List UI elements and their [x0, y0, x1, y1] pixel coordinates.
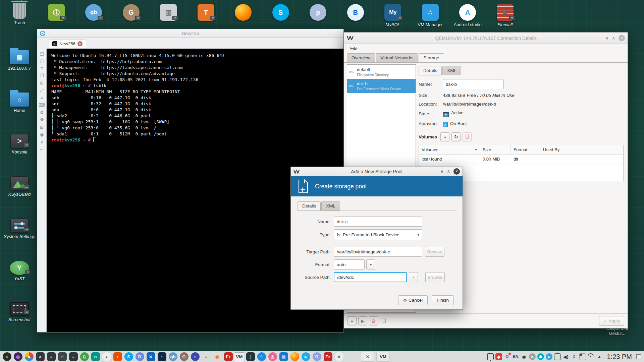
chrome-icon[interactable]: ●: [24, 352, 34, 362]
skype-icon[interactable]: S: [124, 352, 133, 362]
telegram-icon[interactable]: ▸: [301, 352, 311, 362]
ksysguard-icon[interactable]: ▲: [46, 352, 56, 362]
connection-titlebar[interactable]: QEMU/KVM: 144.76.176.107 Connection Deta…: [344, 33, 628, 44]
tab-xml[interactable]: XML: [321, 201, 340, 210]
firefox-icon[interactable]: [290, 352, 300, 362]
tab-storage[interactable]: Storage: [419, 53, 444, 63]
filezilla-icon[interactable]: Fz: [223, 352, 233, 362]
tools-wrench-icon[interactable]: ⚒: [40, 118, 44, 122]
volume-refresh-button[interactable]: ↻: [451, 132, 461, 141]
desktop-icon-disk-utility[interactable]: ▥∞: [150, 4, 187, 27]
desktop-icon-mysql[interactable]: My∞ MySQL: [374, 4, 412, 27]
desktop-icon-home[interactable]: ⌂ Home: [3, 93, 36, 113]
red-diamond-app-icon[interactable]: ◆: [495, 352, 503, 362]
donkey-app-icon[interactable]: ♘: [79, 352, 89, 362]
sphere-app-icon[interactable]: ϟ: [257, 352, 266, 362]
col-volumes[interactable]: Volumes▾: [419, 145, 480, 154]
tab-details[interactable]: Details: [419, 66, 442, 75]
konsole-icon[interactable]: >: [35, 352, 45, 362]
tab-details[interactable]: Details: [298, 201, 321, 211]
tab-overview[interactable]: Overview: [347, 53, 375, 62]
format-input[interactable]: auto: [334, 259, 365, 269]
desktop-icon-firewall[interactable]: ◆∞ Firewall: [486, 4, 524, 27]
link-session-icon[interactable]: ∾: [40, 147, 44, 152]
flower-app-icon[interactable]: ✱: [537, 352, 545, 362]
maximize-icon[interactable]: ∧: [447, 169, 450, 174]
session-menu-icon[interactable]: ≡: [41, 66, 43, 70]
close-icon[interactable]: ×: [453, 168, 460, 175]
desktop-icon-konsole[interactable]: >∞ Konsole: [3, 134, 36, 155]
desktop-icon-bluefish[interactable]: B: [337, 4, 374, 27]
clock[interactable]: 1:23 PM: [607, 353, 632, 361]
x2go-window-icon[interactable]: ✕: [361, 352, 374, 362]
filezilla-2-icon[interactable]: Fz: [323, 352, 333, 362]
source-dropdown-button[interactable]: ▾: [409, 272, 418, 282]
desktop-icon-skype[interactable]: S: [262, 4, 300, 27]
source-browse-button[interactable]: Browse: [425, 272, 445, 282]
navy-curve-app-icon[interactable]: ~: [157, 352, 167, 362]
tray-expand-icon[interactable]: ▲: [596, 352, 603, 362]
desktop-icon-yast[interactable]: Y∞ YaST: [3, 261, 36, 281]
eye-app-icon[interactable]: ◉: [520, 352, 528, 362]
fit-view-icon[interactable]: ◳: [40, 51, 44, 56]
keyboard-icon[interactable]: ⌨: [39, 103, 45, 107]
desktop-icon-network-folder[interactable]: ▤ 192.168.0.7: [3, 50, 36, 71]
volume-icon[interactable]: ◀: [562, 352, 570, 362]
wifi-icon[interactable]: [587, 352, 595, 362]
pool-start-button[interactable]: ▶: [358, 316, 367, 325]
col-used-by[interactable]: Used By: [540, 145, 623, 154]
screenshot-camera-icon[interactable]: ◉: [40, 132, 44, 137]
clipboard-icon[interactable]: [554, 352, 561, 362]
format-dropdown-button[interactable]: ▾: [366, 259, 375, 269]
autostart-checkbox[interactable]: ✓: [443, 122, 448, 127]
desktop-icon-system-settings[interactable]: ∞ System Settings: [3, 219, 36, 239]
settings-gears-icon[interactable]: ⚙: [40, 110, 44, 115]
finish-button[interactable]: Finish: [432, 295, 454, 305]
vscode-icon[interactable]: ✕: [146, 352, 156, 362]
desktop-icon-android-studio[interactable]: A Android studio: [449, 4, 487, 27]
volume-delete-button[interactable]: [463, 132, 472, 141]
x2go-icon[interactable]: ✕: [334, 352, 344, 362]
bluetooth-icon[interactable]: ᛒ: [571, 352, 578, 362]
virt-manager-task-icon[interactable]: VM: [234, 352, 244, 362]
resize-window-icon[interactable]: ⤢: [40, 88, 43, 93]
screenshot-tool-icon[interactable]: ✂: [57, 352, 67, 362]
tab-virtual-networks[interactable]: Virtual Networks: [376, 53, 418, 62]
terminal-titlebar[interactable]: ✕ New256: [37, 29, 343, 38]
desktop-icon-qbittorrent[interactable]: qb∞: [75, 4, 113, 27]
qbittorrent-icon[interactable]: qb: [168, 352, 178, 362]
desktop-icon-trash[interactable]: Trash: [3, 3, 36, 25]
split-view-icon[interactable]: ⊞: [40, 81, 44, 85]
gimp-icon[interactable]: G: [179, 352, 189, 362]
pool-item-default[interactable]: 0% defaultFilesystem Directory: [347, 65, 416, 79]
source-path-input[interactable]: /dev/sdc: [334, 272, 407, 282]
dialog-titlebar[interactable]: Add a New Storage Pool ∨ ∧ ×: [291, 167, 463, 176]
file-manager-icon[interactable]: ▣: [279, 352, 288, 362]
desktop-icon-screenshot[interactable]: ∞ Screenshot: [3, 302, 36, 322]
apply-button[interactable]: ✓ Apply: [599, 316, 624, 326]
us-flag-icon[interactable]: [579, 352, 587, 362]
system-settings-icon[interactable]: ≡: [68, 352, 78, 362]
show-desktop-button[interactable]: [636, 354, 641, 359]
notifications-icon[interactable]: [487, 352, 494, 362]
discord-2-icon[interactable]: D: [312, 352, 322, 362]
fullscreen-icon[interactable]: ▢: [40, 59, 44, 63]
notepadqq-icon[interactable]: n: [91, 352, 100, 362]
swirl-app-icon[interactable]: ◕: [102, 352, 111, 362]
telegram-tray-icon[interactable]: ▸: [545, 352, 553, 362]
discord-icon[interactable]: D: [135, 352, 145, 362]
fox-app-icon[interactable]: ◖: [113, 352, 122, 362]
disc-burner-icon[interactable]: ◎: [268, 352, 277, 362]
keyboard-layout-icon[interactable]: EN: [512, 352, 520, 362]
tor-browser-icon[interactable]: ◎: [13, 352, 23, 362]
blender-icon[interactable]: ◉: [212, 352, 222, 362]
col-size[interactable]: Size: [480, 145, 511, 154]
pool-item-dsk-b[interactable]: 0% dsk-bPre-Formatted Block Device: [347, 79, 416, 93]
menu-file[interactable]: File: [347, 45, 360, 52]
terminal-tab[interactable]: $_ New256 ✕: [49, 40, 86, 48]
target-path-input[interactable]: /var/lib/libvirt/images/dsk-c: [334, 247, 422, 257]
vlc-icon[interactable]: ▲: [201, 352, 211, 362]
desktop-icon-pidgin[interactable]: p: [300, 4, 337, 27]
minimize-icon[interactable]: ∨: [605, 36, 609, 40]
pool-add-button[interactable]: +: [347, 316, 357, 325]
